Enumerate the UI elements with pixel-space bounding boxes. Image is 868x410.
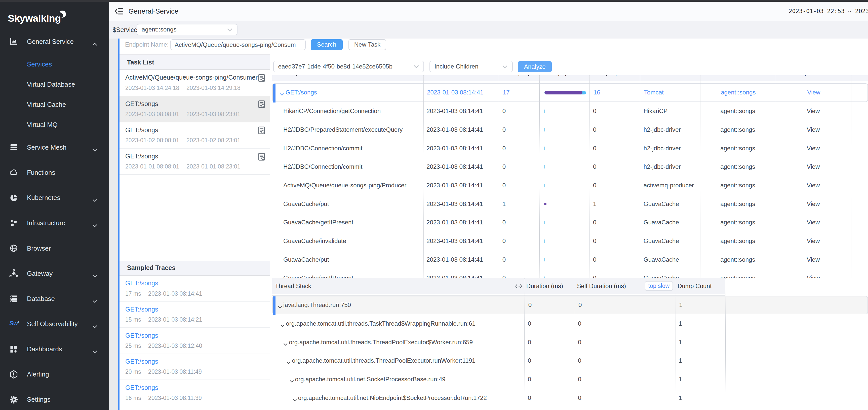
span-api: HikariCP xyxy=(644,108,668,115)
include-children-select[interactable]: Include Children xyxy=(430,61,513,72)
chevron-down-icon[interactable] xyxy=(280,90,284,97)
view-task-logs-icon[interactable] xyxy=(257,74,266,82)
task-list-item[interactable]: GET:/songs2023-01-02 08:08:012023-01-02 … xyxy=(120,122,270,149)
sampled-trace-item[interactable]: GET:/songs20 ms2023-01-03 08:11:49 xyxy=(120,354,270,380)
thread-frame-name: org.apache.tomcat.util.threads.ThreadPoo… xyxy=(289,339,473,346)
sampled-trace-item[interactable]: GET:/songs16 ms2023-01-03 08:11:39 xyxy=(120,380,270,406)
chevron-down-icon[interactable] xyxy=(292,396,297,403)
view-span-link[interactable]: View xyxy=(776,89,851,96)
endpoint-name-label: Endpoint Name: xyxy=(125,38,168,51)
trace-endpoint-link[interactable]: GET:/songs xyxy=(125,384,158,391)
span-row[interactable]: H2/JDBC/PreparedStatement/executeQuery20… xyxy=(272,120,868,139)
span-row[interactable]: ActiveMQ/Queue/queue-songs-ping/Producer… xyxy=(272,176,868,195)
sidebar-item-browser[interactable]: Browser xyxy=(0,236,109,261)
chevron-down-icon[interactable] xyxy=(280,322,285,329)
sidebar-item-virtual-mq[interactable]: Virtual MQ xyxy=(0,115,109,135)
task-end-time: 2023-01-03 14:29:18 xyxy=(186,85,240,91)
new-task-button[interactable]: New Task xyxy=(348,39,386,50)
thread-stack-row[interactable]: org.apache.tomcat.util.net.SocketProcess… xyxy=(272,370,868,389)
cloud-icon xyxy=(9,168,18,177)
span-service: agent::songs xyxy=(700,108,776,115)
span-row[interactable]: GuavaCache/put2023-01-03 08:14:4100Guava… xyxy=(272,250,868,269)
view-span-link[interactable]: View xyxy=(776,182,851,189)
thread-stack-row[interactable]: org.apache.tomcat.util.threads.ThreadPoo… xyxy=(272,352,868,370)
time-range[interactable]: 2023-01-03 22:53 ~ 2023 xyxy=(789,2,868,21)
span-api: h2-jdbc-driver xyxy=(644,145,681,152)
endpoint-name-input[interactable] xyxy=(170,39,306,50)
top-slow-button[interactable]: top slow xyxy=(645,281,673,291)
trace-meta: 17 ms2023-01-03 08:14:41 xyxy=(125,290,141,297)
thread-stack-row[interactable]: org.apache.tomcat.util.threads.TaskThrea… xyxy=(272,314,868,333)
thread-stack-row[interactable]: java.lang.Thread.run:750001 xyxy=(272,296,868,315)
sidebar-item-infrastructure[interactable]: Infrastructure xyxy=(0,210,109,236)
resize-horizontal-icon[interactable] xyxy=(515,283,522,290)
sidebar-item-general-service[interactable]: General Service xyxy=(0,29,109,54)
chevron-down-icon[interactable] xyxy=(283,340,288,347)
sidebar-item-dashboards[interactable]: Dashboards xyxy=(0,336,109,362)
search-button[interactable]: Search xyxy=(311,39,343,50)
span-row[interactable]: GuavaCache/put2023-01-03 08:14:4111Guava… xyxy=(272,195,868,213)
view-span-link[interactable]: View xyxy=(776,126,851,133)
trace-endpoint-link[interactable]: GET:/songs xyxy=(125,306,158,313)
span-row[interactable]: GuavaCache/getIfPresent2023-01-03 08:14:… xyxy=(272,269,868,278)
view-span-link[interactable]: View xyxy=(776,274,851,278)
span-endpoint-name: HikariCP/Connection/getConnection xyxy=(283,108,381,115)
chevron-down-icon[interactable] xyxy=(286,359,291,366)
sidebar-item-functions[interactable]: Functions xyxy=(0,160,109,185)
service-select[interactable]: agent::songs xyxy=(136,24,237,35)
span-row[interactable]: GET:/songs2023-01-03 08:14:411716Tomcata… xyxy=(272,83,868,102)
sampled-trace-item[interactable]: GET:/songs25 ms2023-01-03 08:12:40 xyxy=(120,328,270,354)
trace-endpoint-link[interactable]: GET:/songs xyxy=(125,280,158,287)
thread-dump-count: 1 xyxy=(679,320,682,327)
sampled-trace-item[interactable]: GET:/songs17 ms2023-01-03 08:14:41 xyxy=(120,276,270,302)
analyze-button[interactable]: Analyze xyxy=(518,61,552,72)
trace-id-value: eaed37e7-1d4e-4f50-be8d-14e52ce6505b xyxy=(278,63,393,70)
thread-stack-row[interactable]: org.apache.tomcat.util.threads.ThreadPoo… xyxy=(272,333,868,352)
view-span-link[interactable]: View xyxy=(776,201,851,207)
thread-stack-row[interactable]: org.apache.tomcat.util.net.NioEndpoint$S… xyxy=(272,389,868,407)
sidebar-item-database[interactable]: Database xyxy=(0,286,109,311)
task-list-item[interactable]: ActiveMQ/Queue/queue-songs-ping/Consumer… xyxy=(120,70,270,96)
layers-icon xyxy=(9,143,18,152)
thread-stack-header: Thread Stack Duration (ms) Self Duration… xyxy=(272,278,725,294)
span-row[interactable]: HikariCP/Connection/getConnection2023-01… xyxy=(272,102,868,121)
span-endpoint-name: GET:/songs xyxy=(285,89,317,96)
sidebar-item-gateway[interactable]: Gateway xyxy=(0,261,109,286)
view-span-link[interactable]: View xyxy=(776,163,851,170)
view-span-link[interactable]: View xyxy=(776,237,851,244)
view-span-link[interactable]: View xyxy=(776,145,851,152)
view-span-link[interactable]: View xyxy=(776,256,851,263)
sidebar-item-kubernetes[interactable]: Kubernetes xyxy=(0,185,109,210)
sidebar-item-settings[interactable]: Settings xyxy=(0,387,109,410)
span-row[interactable]: H2/JDBC/Connection/commit2023-01-03 08:1… xyxy=(272,139,868,158)
view-task-logs-icon[interactable] xyxy=(257,100,266,109)
sidebar-item-virtual-cache[interactable]: Virtual Cache xyxy=(0,94,109,115)
skywalking-app: Skywalking General ServiceServicesVirtua… xyxy=(0,0,868,410)
trace-endpoint-link[interactable]: GET:/songs xyxy=(125,332,158,339)
span-self-ms: 0 xyxy=(593,274,596,278)
view-span-link[interactable]: View xyxy=(776,108,851,115)
sampled-trace-item[interactable]: GET:/songs15 ms2023-01-03 08:14:21 xyxy=(120,302,270,328)
span-row[interactable]: GuavaCache/invalidate2023-01-03 08:14:41… xyxy=(272,232,868,250)
task-list-item[interactable]: GET:/songs2023-01-01 08:08:012023-01-01 … xyxy=(120,149,270,175)
span-self-ms: 16 xyxy=(593,89,600,96)
chevron-down-icon[interactable] xyxy=(289,377,294,384)
view-task-logs-icon[interactable] xyxy=(257,152,266,161)
view-span-link[interactable]: View xyxy=(776,219,851,226)
span-row[interactable]: GuavaCache/getIfPresent2023-01-03 08:14:… xyxy=(272,213,868,232)
thread-stack-panel: Thread Stack Duration (ms) Self Duration… xyxy=(272,278,868,410)
sidebar-item-services[interactable]: Services xyxy=(0,54,109,74)
view-task-logs-icon[interactable] xyxy=(257,126,266,135)
sidebar-item-service-mesh[interactable]: Service Mesh xyxy=(0,135,109,160)
task-list-item[interactable]: GET:/songs2023-01-03 08:08:012023-01-03 … xyxy=(120,96,270,122)
sidebar-item-self-observability[interactable]: Sw’Self Observability xyxy=(0,311,109,336)
span-row[interactable]: H2/JDBC/Connection/commit2023-01-03 08:1… xyxy=(272,158,868,176)
sidebar-item-alerting[interactable]: Alerting xyxy=(0,362,109,387)
sidebar-item-label: Service Mesh xyxy=(27,144,66,151)
trace-id-select[interactable]: eaed37e7-1d4e-4f50-be8d-14e52ce6505b xyxy=(273,61,424,72)
menu-collapse-icon[interactable] xyxy=(115,7,123,15)
trace-endpoint-link[interactable]: GET:/songs xyxy=(125,358,158,365)
chevron-down-icon[interactable] xyxy=(278,303,282,310)
sidebar-item-label: Browser xyxy=(27,244,51,252)
sidebar-item-virtual-database[interactable]: Virtual Database xyxy=(0,74,109,94)
